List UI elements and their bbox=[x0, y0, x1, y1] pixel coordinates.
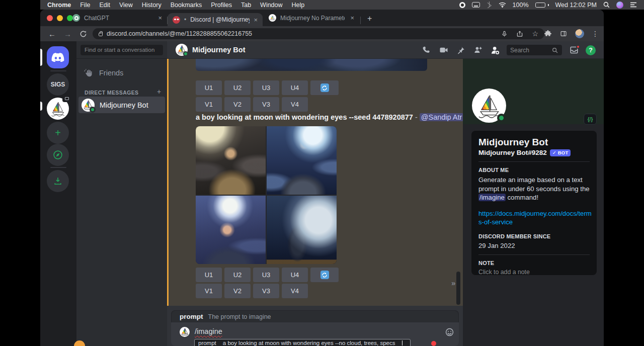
forward-message-icon[interactable]: » bbox=[451, 279, 454, 287]
menu-app-name[interactable]: Chrome bbox=[47, 2, 71, 9]
help-button[interactable]: ? bbox=[586, 45, 596, 55]
u4-button[interactable]: U4 bbox=[282, 80, 308, 95]
chat-scrollbar-thumb[interactable] bbox=[456, 272, 460, 305]
server-sigs-button[interactable]: SIGS bbox=[47, 73, 69, 96]
v3-button[interactable]: V3 bbox=[253, 284, 279, 298]
profile-avatar[interactable] bbox=[575, 29, 584, 38]
member-since-date: 29 Jan 2022 bbox=[478, 242, 590, 249]
menu-item-profiles[interactable]: Profiles bbox=[211, 2, 232, 9]
rail-divider bbox=[50, 167, 66, 168]
reroll-button[interactable] bbox=[310, 80, 339, 95]
keyboard-icon[interactable] bbox=[472, 2, 480, 8]
grid-image-1[interactable] bbox=[196, 126, 266, 195]
search-input[interactable]: Search bbox=[507, 45, 562, 55]
show-user-profile-toggle[interactable] bbox=[490, 45, 500, 55]
browser-menu-icon[interactable]: ⋮ bbox=[592, 30, 599, 38]
menu-item-tab[interactable]: Tab bbox=[241, 2, 251, 9]
upscale-row: U1 U2 U3 U4 bbox=[196, 268, 339, 282]
u1-button[interactable]: U1 bbox=[196, 268, 222, 282]
back-button[interactable]: ← bbox=[48, 30, 56, 38]
start-voice-call-button[interactable] bbox=[421, 45, 432, 55]
menu-item-bookmarks[interactable]: Bookmarks bbox=[171, 2, 202, 9]
lock-icon[interactable] bbox=[99, 33, 103, 36]
u4-button[interactable]: U4 bbox=[282, 268, 308, 282]
voice-search-icon[interactable] bbox=[501, 30, 508, 38]
prompt-option-field[interactable]: prompt a boy looking at moon with wonder… bbox=[194, 339, 411, 346]
dm-header[interactable]: DIRECT MESSAGES bbox=[85, 90, 139, 96]
bookmark-star-icon[interactable]: ☆ bbox=[532, 30, 538, 38]
screen: Chrome File Edit View History Bookmarks … bbox=[0, 0, 644, 346]
u2-button[interactable]: U2 bbox=[224, 80, 251, 95]
spotlight-icon[interactable] bbox=[603, 2, 610, 8]
menu-item-edit[interactable]: Edit bbox=[99, 2, 110, 9]
terms-of-service-link[interactable]: https://docs.midjourney.com/docs/terms-o… bbox=[478, 209, 592, 226]
u3-button[interactable]: U3 bbox=[253, 268, 279, 282]
menu-item-help[interactable]: Help bbox=[292, 2, 305, 9]
menu-item-history[interactable]: History bbox=[142, 2, 162, 9]
screen-record-icon[interactable] bbox=[459, 2, 465, 8]
menu-item-view[interactable]: View bbox=[119, 2, 133, 9]
bluetooth-icon[interactable] bbox=[487, 2, 492, 8]
add-friends-to-dm-button[interactable] bbox=[472, 45, 483, 55]
v4-button[interactable]: V4 bbox=[282, 284, 308, 298]
pinned-messages-button[interactable] bbox=[455, 45, 466, 55]
reload-button[interactable] bbox=[79, 30, 87, 38]
emoji-picker-button[interactable] bbox=[445, 327, 454, 337]
forward-button[interactable]: → bbox=[64, 30, 71, 38]
v1-button[interactable]: V1 bbox=[196, 97, 222, 112]
new-tab-button[interactable]: + bbox=[367, 14, 372, 23]
close-tab-icon[interactable]: × bbox=[158, 14, 162, 22]
add-server-button[interactable]: + bbox=[47, 122, 69, 144]
url-text[interactable]: discord.com/channels/@me/112828885506221… bbox=[107, 30, 252, 37]
extensions-puzzle-icon[interactable] bbox=[544, 30, 552, 38]
reroll-icon bbox=[320, 83, 329, 92]
v2-button[interactable]: V2 bbox=[224, 284, 251, 298]
menubar-clock[interactable]: Wed 12:02 PM bbox=[555, 2, 597, 9]
create-dm-icon[interactable]: + bbox=[157, 88, 161, 96]
u1-button[interactable]: U1 bbox=[196, 80, 222, 95]
minimize-window-button[interactable] bbox=[57, 15, 63, 21]
grid-image-2[interactable] bbox=[267, 126, 337, 195]
slash-command-text[interactable]: /imagine bbox=[195, 327, 222, 335]
tab-midjourney[interactable]: Midjourney No Parameter × bbox=[264, 10, 359, 26]
v2-button[interactable]: V2 bbox=[224, 97, 251, 112]
close-tab-icon[interactable]: × bbox=[350, 14, 354, 22]
reroll-button[interactable] bbox=[310, 268, 339, 282]
menu-item-window[interactable]: Window bbox=[260, 2, 282, 9]
previous-grid-image[interactable] bbox=[196, 59, 427, 71]
sidebar-item-friends[interactable]: Friends bbox=[78, 65, 165, 80]
conversation-search-input[interactable]: Find or start a conversation bbox=[80, 45, 163, 55]
tab-discord-active[interactable]: • Discord | @Midjourney Bot × bbox=[168, 13, 263, 26]
generated-image-grid[interactable] bbox=[196, 126, 337, 264]
note-input[interactable]: Click to add a note bbox=[478, 269, 590, 275]
u3-button[interactable]: U3 bbox=[253, 80, 279, 95]
download-apps-button[interactable] bbox=[47, 170, 69, 192]
wifi-icon[interactable] bbox=[499, 2, 506, 8]
grid-image-4[interactable] bbox=[267, 196, 337, 264]
start-video-call-button[interactable] bbox=[438, 45, 449, 55]
user-mention[interactable]: @Sandip Atr bbox=[420, 113, 464, 121]
tab-chatgpt[interactable]: ChatGPT × bbox=[67, 10, 167, 26]
menu-item-file[interactable]: File bbox=[80, 2, 90, 9]
control-center-icon[interactable] bbox=[630, 2, 637, 8]
prompt-field-value[interactable]: a boy looking at moon with wondering eye… bbox=[223, 340, 395, 346]
message-composer[interactable]: /imagine prompt a boy looking at moon wi… bbox=[171, 322, 459, 346]
address-bar[interactable]: discord.com/channels/@me/112828885506221… bbox=[93, 28, 544, 39]
u2-button[interactable]: U2 bbox=[224, 268, 251, 282]
close-tab-icon[interactable]: × bbox=[254, 16, 258, 24]
v1-button[interactable]: V1 bbox=[196, 284, 222, 298]
share-icon[interactable] bbox=[516, 30, 523, 38]
v4-button[interactable]: V4 bbox=[282, 97, 308, 112]
tab-separator bbox=[360, 17, 361, 24]
discord-home-button[interactable] bbox=[47, 46, 69, 68]
imagine-command-chip[interactable]: /imagine bbox=[478, 194, 506, 201]
side-panel-icon[interactable] bbox=[559, 30, 568, 37]
inbox-button[interactable] bbox=[569, 45, 579, 55]
about-me-label: ABOUT ME bbox=[478, 167, 590, 173]
siri-icon[interactable] bbox=[616, 2, 623, 9]
close-window-button[interactable] bbox=[47, 15, 53, 21]
explore-servers-button[interactable] bbox=[47, 144, 69, 166]
dm-item-midjourney-bot[interactable]: Midjourney Bot bbox=[78, 97, 165, 113]
v3-button[interactable]: V3 bbox=[253, 97, 279, 112]
grid-image-3[interactable] bbox=[196, 196, 266, 264]
